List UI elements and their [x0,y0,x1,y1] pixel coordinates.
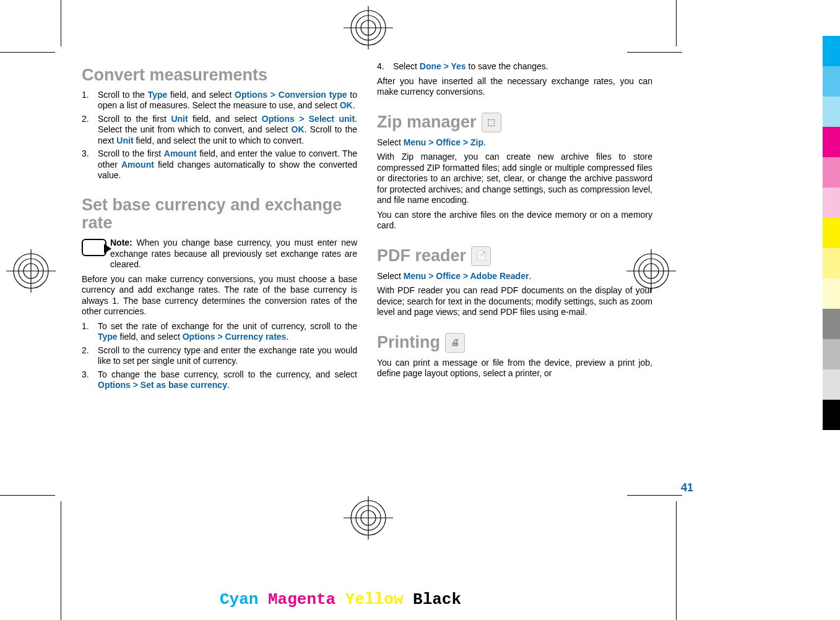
crop-mark [0,52,55,53]
heading-pdf: PDF reader 📄 [377,246,652,266]
zip-icon: ⬚ [482,113,501,132]
page-number: 41 [681,481,693,495]
paragraph: You can print a message or file from the… [377,358,652,379]
paragraph: With PDF reader you can read PDF documen… [377,285,652,318]
label-black: Black [413,590,461,609]
color-swatch [823,400,840,430]
column-left: Convert measurements Scroll to the Type … [68,59,361,486]
label-magenta: Magenta [268,590,336,609]
heading-convert: Convert measurements [82,66,357,85]
list-item: Scroll to the Type field, and select Opt… [82,90,357,111]
color-swatch [823,278,840,309]
color-swatch [823,66,840,97]
process-color-labels: Cyan Magenta Yellow Black [0,590,681,609]
color-swatch [823,97,840,127]
list-item: Scroll to the first Unit field, and sele… [82,114,357,147]
zip-path: Select Menu > Office > Zip. [377,137,652,149]
label-cyan: Cyan [220,590,258,609]
registration-mark-icon [344,496,393,540]
color-swatch [823,339,840,369]
color-swatch [823,36,840,66]
color-bars [823,36,840,430]
pdf-icon: 📄 [471,246,491,266]
page-content: Convert measurements Scroll to the Type … [68,59,676,486]
color-swatch [823,309,840,339]
label-yellow: Yellow [345,590,404,609]
crop-mark [61,0,61,46]
paragraph: Before you can make currency conversions… [82,274,357,317]
list-item: Scroll to the first Amount field, and en… [82,149,357,181]
registration-mark-icon [344,6,393,50]
list-item: To change the base currency, scroll to t… [82,369,357,391]
heading-printing: Printing 🖨 [377,333,652,353]
heading-zip: Zip manager ⬚ [377,113,652,132]
printer-icon: 🖨 [445,333,465,353]
list-item: To set the rate of exchange for the unit… [82,321,357,343]
crop-mark [0,495,55,496]
pdf-path: Select Menu > Office > Adobe Reader. [377,271,652,282]
note-icon [82,239,106,256]
note-block: Note: When you change base currency, you… [82,238,357,270]
list-item: Select Done > Yes to save the changes. [377,61,652,72]
column-right: Select Done > Yes to save the changes. A… [373,59,676,486]
paragraph: You can store the archive files on the d… [377,210,652,231]
convert-steps: Scroll to the Type field, and select Opt… [82,90,357,181]
color-swatch [823,369,840,400]
heading-setbase: Set base currency and exchange rate [82,196,357,233]
color-swatch [823,157,840,187]
color-swatch [823,248,840,278]
base-steps-cont: Select Done > Yes to save the changes. [377,61,652,72]
list-item: Scroll to the currency type and enter th… [82,345,357,367]
base-steps: To set the rate of exchange for the unit… [82,321,357,391]
paragraph: After you have inserted all the necessar… [377,76,652,98]
color-swatch [823,127,840,157]
registration-mark-icon [6,249,56,293]
color-swatch [823,218,840,248]
paragraph: With Zip manager, you can create new arc… [377,152,652,206]
crop-mark [627,52,682,53]
crop-mark [676,0,677,46]
crop-mark [627,495,682,496]
color-swatch [823,187,840,218]
